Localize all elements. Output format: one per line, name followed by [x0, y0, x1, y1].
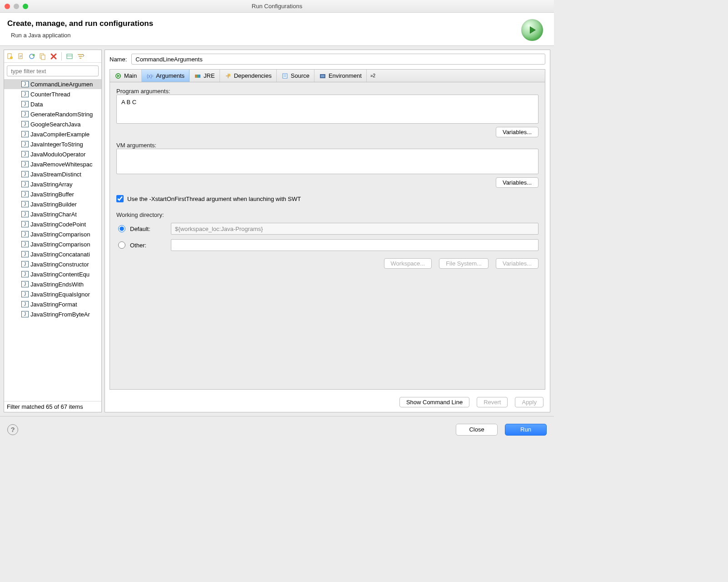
source-tab-icon [281, 72, 289, 80]
tree-item[interactable]: CounterThread [4, 89, 101, 99]
tree-item[interactable]: CommandLineArgumen [4, 79, 101, 89]
svg-rect-8 [41, 55, 45, 60]
tree-item-label: JavaStringConcatanati [30, 251, 90, 258]
tree-item[interactable]: GenerateRandomString [4, 109, 101, 119]
java-file-icon [21, 111, 29, 117]
tree-item[interactable]: JavaStreamDistinct [4, 169, 101, 179]
tree-item-label: GenerateRandomString [30, 111, 93, 118]
swt-checkbox-label: Use the -XstartOnFirstThread argument wh… [127, 196, 301, 202]
tab-source[interactable]: Source [277, 70, 314, 82]
collapse-icon[interactable] [65, 52, 74, 60]
java-file-icon [21, 301, 29, 307]
program-args-variables-button[interactable]: Variables... [496, 127, 539, 137]
java-file-icon [21, 291, 29, 297]
tree-item[interactable]: JavaStringFormat [4, 299, 101, 309]
tree-item[interactable]: JavaStringConstructor [4, 259, 101, 269]
tree-item[interactable]: JavaStringCodePoint [4, 219, 101, 229]
dependencies-tab-icon [224, 72, 232, 80]
workdir-default-field [171, 223, 539, 235]
delete-icon[interactable] [50, 52, 58, 60]
filter-menu-icon[interactable] [76, 52, 85, 60]
svg-point-2 [10, 56, 13, 59]
java-file-icon [21, 161, 29, 167]
config-tree[interactable]: CommandLineArgumenCounterThreadDataGener… [4, 79, 101, 401]
tree-item-label: JavaCompilerExample [30, 131, 90, 138]
tree-item[interactable]: JavaStringComparison [4, 239, 101, 249]
tab-label: JRE [204, 72, 215, 79]
tree-item-label: Data [30, 101, 43, 108]
tab-dependencies[interactable]: Dependencies [220, 70, 277, 82]
tab-arguments[interactable]: (x)=Arguments [142, 70, 189, 82]
tabs-overflow[interactable]: »2 [367, 70, 379, 82]
java-file-icon [21, 261, 29, 267]
workdir-default-label: Default: [130, 226, 166, 232]
tree-item[interactable]: JavaIntegerToString [4, 139, 101, 149]
run-hero-icon [521, 19, 543, 41]
java-file-icon [21, 281, 29, 287]
svg-rect-15 [197, 75, 199, 78]
tab-label: Source [291, 72, 309, 79]
tab-environment[interactable]: Environment [314, 70, 367, 82]
tree-item[interactable]: JavaRemoveWhitespac [4, 159, 101, 169]
tree-item[interactable]: JavaCompilerExample [4, 129, 101, 139]
svg-point-17 [229, 74, 230, 75]
tree-item-label: JavaStringComparison [30, 241, 90, 248]
tree-item[interactable]: JavaStringConcatanati [4, 249, 101, 259]
tree-item[interactable]: JavaModuloOperator [4, 149, 101, 159]
vm-args-variables-button[interactable]: Variables... [496, 177, 539, 188]
tab-jre[interactable]: JRE [189, 70, 220, 82]
java-file-icon [21, 241, 29, 247]
workdir-variables-button[interactable]: Variables... [496, 258, 539, 269]
svg-rect-22 [321, 75, 324, 77]
vm-args-input[interactable] [116, 149, 539, 174]
tree-item[interactable]: JavaStringBuilder [4, 199, 101, 209]
new-config-icon[interactable] [6, 52, 14, 60]
workdir-other-radio[interactable] [118, 241, 125, 249]
name-input[interactable] [131, 54, 545, 65]
tree-item-label: JavaStringEqualsIgnor [30, 291, 90, 298]
filter-input[interactable] [7, 65, 99, 76]
tree-item[interactable]: JavaStringComparison [4, 229, 101, 239]
tree-item[interactable]: JavaStringContentEqu [4, 269, 101, 279]
java-file-icon [21, 101, 29, 107]
java-file-icon [21, 191, 29, 197]
new-proto-icon[interactable]: P [17, 52, 25, 60]
copy-icon[interactable] [39, 52, 47, 60]
workspace-button[interactable]: Workspace... [384, 258, 432, 269]
tree-item[interactable]: JavaStringBuffer [4, 189, 101, 199]
environment-tab-icon [319, 72, 326, 80]
java-file-icon [21, 181, 29, 187]
tree-item[interactable]: JavaStringCharAt [4, 209, 101, 219]
apply-button[interactable]: Apply [515, 397, 544, 407]
program-args-input[interactable]: A B C [116, 95, 539, 124]
tree-item-label: JavaStringArray [30, 181, 72, 188]
tree-item[interactable]: Data [4, 99, 101, 109]
export-icon[interactable] [28, 52, 36, 60]
help-icon[interactable]: ? [7, 424, 18, 435]
close-button[interactable]: Close [456, 424, 498, 436]
tree-item-label: CounterThread [30, 91, 70, 98]
tab-label: Environment [329, 72, 362, 79]
svg-rect-14 [195, 75, 197, 78]
tree-item-label: JavaRemoveWhitespac [30, 161, 93, 168]
svg-text:(x)=: (x)= [147, 74, 153, 79]
tree-item[interactable]: JavaStringEqualsIgnor [4, 289, 101, 299]
svg-text:P: P [20, 55, 22, 59]
revert-button[interactable]: Revert [477, 397, 508, 407]
tree-item[interactable]: JavaStringArray [4, 179, 101, 189]
swt-checkbox[interactable] [116, 195, 124, 202]
filesystem-button[interactable]: File System... [439, 258, 489, 269]
tree-item-label: JavaStringEndsWith [30, 281, 84, 288]
java-file-icon [21, 251, 29, 257]
tab-main[interactable]: Main [110, 70, 142, 82]
java-file-icon [21, 131, 29, 137]
tree-item[interactable]: JavaStringEndsWith [4, 279, 101, 289]
tree-item[interactable]: GoogleSearchJava [4, 119, 101, 129]
workdir-default-radio[interactable] [118, 225, 125, 232]
run-button[interactable]: Run [505, 424, 547, 436]
tree-item[interactable]: JavaStringFromByteAr [4, 309, 101, 319]
workdir-other-field[interactable] [171, 239, 539, 251]
titlebar: Run Configurations [0, 0, 554, 13]
java-file-icon [21, 141, 29, 147]
show-command-line-button[interactable]: Show Command Line [399, 397, 469, 407]
